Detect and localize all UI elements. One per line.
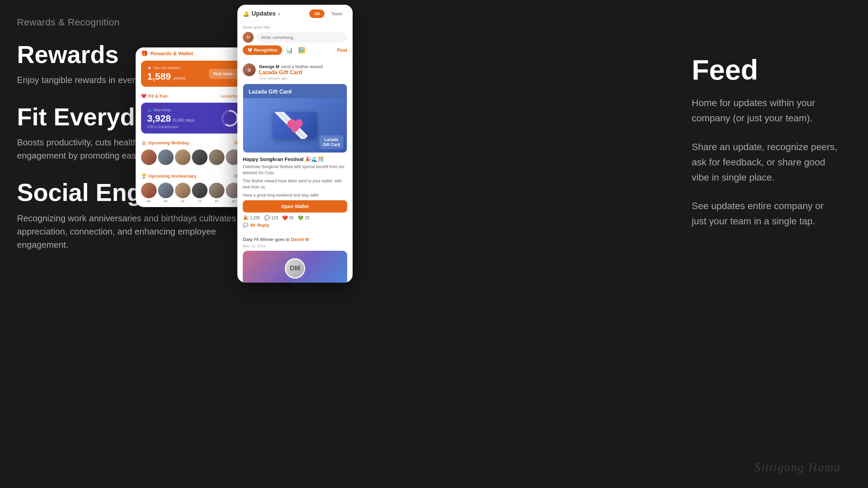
watermark: Sittigong Hama bbox=[754, 460, 841, 474]
post-actions: 🤍 Recognition 📊 🖼️ Post bbox=[243, 45, 347, 55]
heart-btn-icon: 🤍 bbox=[248, 48, 253, 53]
avatar-badge-2: 3Y bbox=[164, 200, 167, 203]
daily-fit-date: May 15, 2024 bbox=[243, 244, 347, 248]
right-desc2: Share an update, recognize peers, ask fo… bbox=[692, 140, 841, 185]
avatar-badge-3: 3Y bbox=[181, 200, 184, 203]
birthday-avatar-4 bbox=[192, 149, 208, 165]
chart-icon[interactable]: 📊 bbox=[285, 46, 294, 55]
visit-store-button[interactable]: Visit store › bbox=[209, 69, 239, 79]
reaction-green: 💚 23 bbox=[298, 215, 309, 221]
daily-fit-text: Daily Fit Winner goes to Daniel M bbox=[243, 237, 309, 242]
open-wallet-button[interactable]: Open Wallet bbox=[243, 200, 347, 212]
steps-progress-circle bbox=[220, 109, 239, 128]
birthday-title: 🎂 Upcoming Birthday bbox=[141, 140, 189, 145]
feed-item-george: G George M send a festive reward Lazada … bbox=[237, 59, 353, 233]
post-button[interactable]: Post bbox=[337, 47, 347, 53]
post-input[interactable] bbox=[256, 32, 347, 43]
reaction-comment: 💬 123 bbox=[264, 215, 278, 221]
fit-fun-header: ❤️ Fit & Fun Leaderboard › bbox=[136, 91, 251, 101]
shoe-icon: 👟 bbox=[147, 107, 152, 112]
feed-item-george-header: G George M send a festive reward Lazada … bbox=[243, 63, 347, 80]
birthday-avatar-5 bbox=[209, 149, 224, 165]
avatar-badge-6: 2Y bbox=[232, 200, 235, 203]
time-ago: Few minutes ago bbox=[259, 76, 323, 80]
lazada-card: Lazada Gift Card LazadaGift Card bbox=[243, 84, 347, 153]
tab-all[interactable]: All bbox=[309, 9, 324, 18]
birthday-avatar-1 bbox=[141, 149, 157, 165]
festival-desc1: Celebrate Songkran festival with special… bbox=[243, 164, 347, 176]
page-subtitle: Rewards & Recognition bbox=[17, 17, 248, 28]
anniversary-title: 🏆 Upcoming Anniversary bbox=[141, 174, 197, 179]
recognition-button[interactable]: 🤍 Recognition bbox=[243, 45, 282, 55]
feed-header: 🔔 Updates ∨ All Team bbox=[237, 5, 353, 22]
feature-social-desc: Recognizing work anniversaries and birth… bbox=[17, 212, 248, 251]
steps-display: 3,928 /5,000 steps bbox=[147, 113, 195, 124]
rewards-wallet-header: 🎁 Rewards & Wallet bbox=[136, 47, 251, 61]
right-title: Feed bbox=[692, 54, 841, 85]
festival-title: Happy Songkran Festival 🎉🌊🎊 bbox=[243, 156, 347, 162]
anniversary-avatar-3: 3Y bbox=[175, 183, 191, 203]
trophy-icon: 🏆 bbox=[141, 174, 146, 179]
post-input-row: U bbox=[243, 32, 347, 43]
image-icon[interactable]: 🖼️ bbox=[297, 46, 307, 55]
step-label: 👟 Step today bbox=[147, 107, 195, 112]
avatar-badge-1: 6Y bbox=[147, 200, 151, 203]
festival-desc3: Have a great long weekend and stay safe! bbox=[243, 192, 347, 198]
feed-chevron-icon: ∨ bbox=[278, 12, 281, 16]
avatar-badge-4: 1Y bbox=[198, 200, 201, 203]
avatar-badge-5: 3Y bbox=[215, 200, 218, 203]
feed-tabs: All Team bbox=[309, 9, 347, 18]
birthday-avatar-2 bbox=[158, 149, 174, 165]
points-unit: points bbox=[174, 76, 186, 81]
points-value: 1,589 bbox=[147, 71, 171, 82]
gift-card-visual bbox=[273, 112, 317, 139]
george-action-text: George M send a festive reward bbox=[259, 63, 323, 69]
reaction-heart: ❤️ 55 bbox=[282, 215, 294, 221]
anniversary-section: 🏆 Upcoming Anniversary More › 6Y 3Y 3Y bbox=[136, 169, 251, 207]
reaction-row: 🎉 1,255 💬 123 ❤️ 55 💚 23 bbox=[243, 215, 347, 221]
points-display: 1,589 points bbox=[147, 71, 185, 82]
rewards-wallet-label: Rewards & Wallet bbox=[151, 50, 193, 56]
anniversary-avatar-5: 3Y bbox=[209, 183, 224, 203]
user-avatar: U bbox=[243, 32, 254, 43]
phone-feed: 🔔 Updates ∨ All Team Share good vibe U 🤍… bbox=[237, 5, 353, 283]
daily-fit-item: Daily Fit Winner goes to Daniel M May 15… bbox=[237, 233, 353, 283]
reply-row[interactable]: 💬 89 Reply bbox=[243, 223, 347, 228]
right-desc3: See updates entire company or just your … bbox=[692, 199, 841, 229]
steps-rank: #39 in leaderboard bbox=[147, 125, 195, 129]
feed-title-area: 🔔 Updates ∨ bbox=[243, 10, 281, 17]
anniversary-avatars: 6Y 3Y 3Y 1Y 3Y 2Y bbox=[136, 181, 251, 207]
heart-icon: ❤️ bbox=[141, 94, 146, 99]
daily-fit-header: Daily Fit Winner goes to Daniel M bbox=[243, 237, 347, 242]
birthday-icon: 🎂 bbox=[141, 140, 146, 145]
daily-fit-info: DM Daniel M Daily Fit Winner · May 15, 2… bbox=[269, 258, 321, 283]
feed-item-george-info: George M send a festive reward Lazada Gi… bbox=[259, 63, 323, 80]
anniversary-avatar-2: 3Y bbox=[158, 183, 174, 203]
winner-link: Daniel M bbox=[291, 237, 309, 242]
clock-icon: ⏰ bbox=[147, 65, 152, 70]
redeem-left: ⏰ You can redeem 1,589 points bbox=[147, 65, 185, 82]
reward-name: Lazada Gift Card bbox=[259, 69, 323, 76]
birthday-header: 🎂 Upcoming Birthday More › bbox=[136, 138, 251, 148]
share-label: Share good vibe bbox=[243, 25, 347, 29]
birthday-avatar-3 bbox=[175, 149, 191, 165]
right-desc1: Home for updates within your company (or… bbox=[692, 96, 841, 126]
post-area: Share good vibe U 🤍 Recognition 📊 🖼️ Pos… bbox=[237, 22, 353, 59]
lazada-card-image: LazadaGift Card bbox=[243, 98, 347, 152]
comment-icon: 💬 bbox=[243, 223, 248, 228]
redeem-label: ⏰ You can redeem bbox=[147, 65, 185, 70]
daniel-avatar: DM bbox=[285, 258, 305, 279]
lazada-card-header: Lazada Gift Card bbox=[243, 84, 347, 98]
anniversary-header: 🏆 Upcoming Anniversary More › bbox=[136, 171, 251, 181]
anniversary-avatar-1: 6Y bbox=[141, 183, 157, 203]
fit-fun-title: ❤️ Fit & Fun bbox=[141, 94, 167, 99]
steps-left: 👟 Step today 3,928 /5,000 steps #39 in l… bbox=[147, 107, 195, 129]
tab-team[interactable]: Team bbox=[327, 9, 347, 18]
anniversary-avatar-4: 1Y bbox=[192, 183, 208, 203]
arrow-right-icon: › bbox=[234, 72, 235, 76]
reaction-party: 🎉 1,255 bbox=[243, 215, 260, 221]
redeem-card[interactable]: ⏰ You can redeem 1,589 points Visit stor… bbox=[141, 61, 245, 87]
feed-title: Updates bbox=[252, 10, 276, 17]
lazada-label: LazadaGift Card bbox=[319, 135, 343, 149]
daily-fit-card: DM Daniel M Daily Fit Winner · May 15, 2… bbox=[243, 251, 347, 283]
